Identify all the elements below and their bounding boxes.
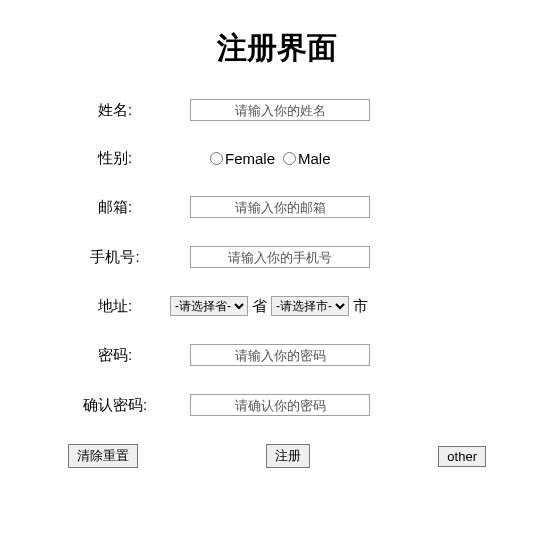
gender-male-text: Male	[298, 150, 331, 167]
row-password: 密码:	[60, 344, 494, 366]
password-input[interactable]	[190, 344, 370, 366]
confirm-label: 确认密码:	[60, 396, 170, 415]
submit-button[interactable]: 注册	[266, 444, 310, 468]
other-button[interactable]: other	[438, 446, 486, 467]
row-gender: 性别: Female Male	[60, 149, 494, 168]
password-label: 密码:	[60, 346, 170, 365]
email-label: 邮箱:	[60, 198, 170, 217]
province-suffix: 省	[252, 297, 267, 316]
province-select[interactable]: -请选择省-	[170, 296, 248, 316]
button-row: 清除重置 注册 other	[60, 444, 494, 468]
city-select[interactable]: -请选择市-	[271, 296, 349, 316]
gender-male-radio[interactable]	[283, 152, 296, 165]
address-label: 地址:	[60, 297, 170, 316]
row-confirm: 确认密码:	[60, 394, 494, 416]
phone-input[interactable]	[190, 246, 370, 268]
gender-male-option[interactable]: Male	[283, 150, 331, 167]
gender-female-option[interactable]: Female	[210, 150, 275, 167]
gender-label: 性别:	[60, 149, 170, 168]
name-label: 姓名:	[60, 101, 170, 120]
phone-label: 手机号:	[60, 248, 170, 267]
reset-button[interactable]: 清除重置	[68, 444, 138, 468]
gender-female-radio[interactable]	[210, 152, 223, 165]
gender-female-text: Female	[225, 150, 275, 167]
email-input[interactable]	[190, 196, 370, 218]
city-suffix: 市	[353, 297, 368, 316]
row-phone: 手机号:	[60, 246, 494, 268]
confirm-input[interactable]	[190, 394, 370, 416]
row-address: 地址: -请选择省- 省 -请选择市- 市	[60, 296, 494, 316]
page-title: 注册界面	[60, 28, 494, 69]
row-email: 邮箱:	[60, 196, 494, 218]
name-input[interactable]	[190, 99, 370, 121]
row-name: 姓名:	[60, 99, 494, 121]
